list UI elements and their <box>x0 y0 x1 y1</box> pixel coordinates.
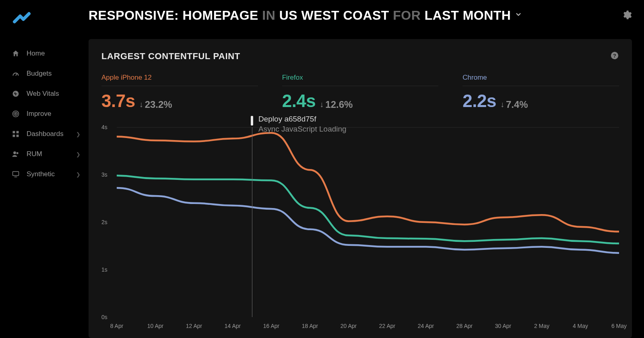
sidebar-item-synthetic[interactable]: Synthetic❯ <box>0 164 89 184</box>
metric-apple-iphone-12: Apple iPhone 123.7s↓23.2% <box>101 74 258 111</box>
deploy-subtitle: Async JavaScript Loading <box>258 124 347 134</box>
crumb-region: US West Coast <box>279 8 389 23</box>
home-icon <box>11 49 20 58</box>
x-tick-label: 8 Apr <box>110 323 124 329</box>
series-firefox <box>117 175 619 243</box>
sidebar-item-label: Improve <box>27 110 51 118</box>
metrics-row: Apple iPhone 123.7s↓23.2%Firefox2.4s↓12.… <box>101 74 619 111</box>
deploy-marker <box>251 116 253 126</box>
help-icon[interactable]: ? <box>610 51 619 62</box>
chevron-right-icon: ❯ <box>76 171 80 177</box>
svg-rect-7 <box>17 135 19 137</box>
deploy-title: Deploy a658d75f <box>258 114 347 124</box>
sidebar-item-improve[interactable]: Improve <box>0 104 89 124</box>
arrow-down-icon: ↓ <box>139 100 143 109</box>
svg-point-3 <box>15 113 17 115</box>
y-tick-label: 3s <box>101 171 107 178</box>
svg-text:?: ? <box>613 53 616 59</box>
chevron-right-icon: ❯ <box>76 131 80 137</box>
arrow-down-icon: ↓ <box>320 100 324 109</box>
svg-rect-6 <box>13 135 15 137</box>
sidebar-item-label: Home <box>27 49 45 58</box>
svg-point-8 <box>13 151 16 154</box>
crumb-for: for <box>393 8 421 23</box>
sidebar-item-web-vitals[interactable]: Web Vitals <box>0 84 89 104</box>
crumb-responsive: Responsive: Homepage <box>89 8 258 23</box>
svg-rect-5 <box>17 131 19 134</box>
sidebar-item-label: Budgets <box>27 70 52 78</box>
chevron-down-icon[interactable] <box>515 11 522 20</box>
x-tick-label: 28 Apr <box>456 323 473 329</box>
x-tick-label: 4 May <box>573 323 588 329</box>
metric-value: 2.4s <box>282 91 316 111</box>
sidebar-item-rum[interactable]: RUM❯ <box>0 144 89 164</box>
svg-rect-4 <box>13 131 15 134</box>
metric-delta: ↓12.6% <box>320 99 353 110</box>
crumb-range: last month <box>425 8 511 23</box>
sidebar-item-dashboards[interactable]: Dashboards❯ <box>0 124 89 144</box>
series-chrome <box>117 188 619 253</box>
sidebar-item-label: RUM <box>27 150 42 158</box>
sidebar-item-label: Synthetic <box>27 170 55 178</box>
chevron-right-icon: ❯ <box>76 151 80 157</box>
metric-value: 2.2s <box>462 91 496 111</box>
metric-label: Apple iPhone 12 <box>101 74 258 86</box>
svg-rect-10 <box>13 171 19 175</box>
metric-firefox: Firefox2.4s↓12.6% <box>282 74 439 111</box>
breadcrumb[interactable]: Responsive: Homepage in US West Coast fo… <box>89 8 511 23</box>
metric-delta: ↓23.2% <box>139 99 172 110</box>
gear-icon[interactable] <box>621 10 632 22</box>
x-tick-label: 30 Apr <box>495 323 511 329</box>
svg-point-9 <box>17 152 19 154</box>
x-tick-label: 6 May <box>611 323 627 329</box>
metric-value: 3.7s <box>101 91 135 111</box>
series-apple-iphone-12 <box>117 133 619 231</box>
metric-label: Chrome <box>462 74 619 86</box>
deploy-annotation: Deploy a658d75fAsync JavaScript Loading <box>258 114 347 134</box>
arrow-down-icon: ↓ <box>500 100 504 109</box>
vitals-icon <box>11 89 20 98</box>
x-tick-label: 20 Apr <box>341 323 357 329</box>
card-title: LARGEST CONTENTFUL PAINT <box>101 51 240 62</box>
sidebar-item-label: Dashboards <box>27 130 64 138</box>
target-icon <box>11 109 20 118</box>
lcp-chart: 0s1s2s3s4s8 Apr10 Apr12 Apr14 Apr16 Apr1… <box>101 127 619 328</box>
deploy-line <box>252 127 252 317</box>
sidebar-item-budgets[interactable]: Budgets <box>0 64 89 84</box>
crumb-in: in <box>262 8 275 23</box>
main-content: Responsive: Homepage in US West Coast fo… <box>89 0 644 338</box>
metric-label: Firefox <box>282 74 439 86</box>
users-icon <box>11 150 20 159</box>
metric-chrome: Chrome2.2s↓7.4% <box>462 74 619 111</box>
app-logo <box>0 7 89 43</box>
monitor-icon <box>11 170 20 179</box>
x-tick-label: 14 Apr <box>225 323 241 329</box>
gauge-icon <box>11 69 20 78</box>
sidebar-item-home[interactable]: Home <box>0 43 89 64</box>
grid-icon <box>11 130 20 138</box>
y-tick-label: 1s <box>101 266 107 273</box>
header-bar: Responsive: Homepage in US West Coast fo… <box>89 8 632 23</box>
x-tick-label: 18 Apr <box>302 323 318 329</box>
y-tick-label: 0s <box>101 314 107 320</box>
lcp-card: LARGEST CONTENTFUL PAINT ? Apple iPhone … <box>89 39 632 338</box>
x-tick-label: 12 Apr <box>186 323 202 329</box>
metric-delta: ↓7.4% <box>500 99 528 110</box>
x-tick-label: 16 Apr <box>263 323 279 329</box>
x-tick-label: 24 Apr <box>418 323 434 329</box>
sidebar-item-label: Web Vitals <box>27 90 59 98</box>
y-tick-label: 2s <box>101 219 107 225</box>
y-tick-label: 4s <box>101 124 107 130</box>
sidebar: HomeBudgetsWeb VitalsImproveDashboards❯R… <box>0 0 89 338</box>
x-tick-label: 10 Apr <box>147 323 163 329</box>
x-tick-label: 2 May <box>534 323 549 329</box>
x-tick-label: 22 Apr <box>379 323 395 329</box>
